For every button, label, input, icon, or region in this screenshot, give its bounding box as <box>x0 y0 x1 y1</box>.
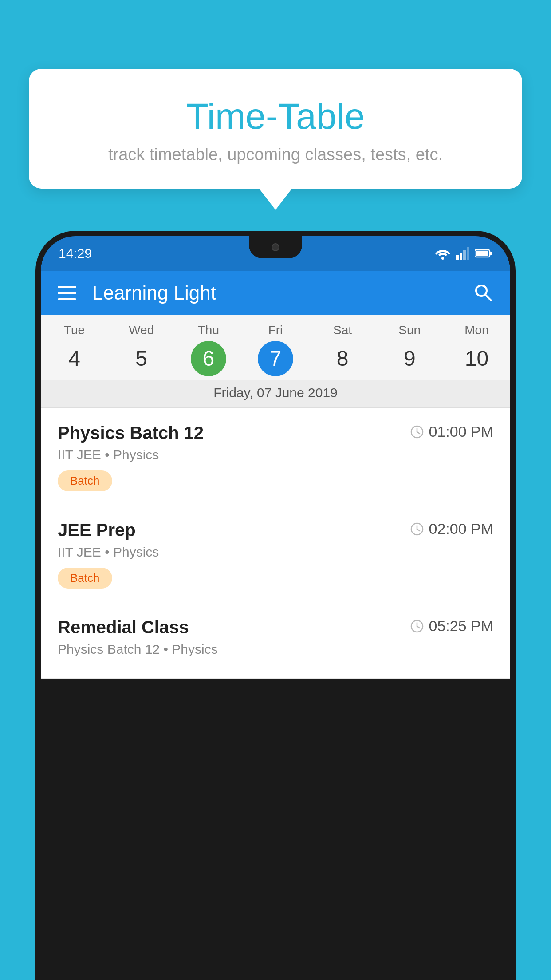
clock-icon <box>410 425 424 439</box>
svg-rect-4 <box>467 247 469 260</box>
svg-line-15 <box>417 529 420 531</box>
search-button[interactable] <box>472 281 493 304</box>
class-detail: IIT JEE • Physics <box>58 447 493 462</box>
status-time: 14:29 <box>59 246 92 261</box>
svg-line-18 <box>417 626 420 628</box>
tooltip-title: Time-Table <box>64 95 487 137</box>
class-time: 05:25 PM <box>410 617 493 635</box>
camera-dot <box>272 243 279 251</box>
class-item-2[interactable]: Remedial Class05:25 PMPhysics Batch 12 •… <box>41 602 510 679</box>
calendar-date-label: Friday, 07 June 2019 <box>41 380 510 408</box>
calendar-day-10[interactable]: Mon10 <box>443 323 510 376</box>
class-detail: IIT JEE • Physics <box>58 545 493 560</box>
calendar-day-7[interactable]: Fri7 <box>242 323 309 376</box>
calendar-day-6[interactable]: Thu6 <box>175 323 242 376</box>
svg-point-0 <box>441 257 444 260</box>
status-bar: 14:29 <box>41 236 510 271</box>
status-icons <box>435 247 492 260</box>
batch-badge: Batch <box>58 470 112 491</box>
phone-inner: 14:29 <box>41 236 510 980</box>
svg-rect-1 <box>456 255 459 260</box>
svg-line-9 <box>485 295 491 300</box>
class-time: 01:00 PM <box>410 423 493 440</box>
svg-rect-2 <box>460 253 462 260</box>
notch <box>249 236 302 258</box>
calendar-day-8[interactable]: Sat8 <box>309 323 376 376</box>
battery-icon <box>475 249 492 258</box>
svg-rect-6 <box>490 252 492 255</box>
clock-icon <box>410 619 424 633</box>
svg-rect-7 <box>476 251 488 256</box>
signal-icon <box>456 247 469 260</box>
calendar-day-9[interactable]: Sun9 <box>376 323 443 376</box>
class-item-1[interactable]: JEE Prep02:00 PMIIT JEE • PhysicsBatch <box>41 505 510 602</box>
calendar-day-5[interactable]: Wed5 <box>108 323 175 376</box>
calendar: Tue4Wed5Thu6Fri7Sat8Sun9Mon10 Friday, 07… <box>41 315 510 408</box>
app-bar: Learning Light <box>41 271 510 315</box>
class-time: 02:00 PM <box>410 520 493 537</box>
class-name: Remedial Class <box>58 617 189 637</box>
tooltip-card: Time-Table track timetable, upcoming cla… <box>29 69 522 189</box>
hamburger-menu-icon[interactable] <box>58 286 76 300</box>
calendar-days-row: Tue4Wed5Thu6Fri7Sat8Sun9Mon10 <box>41 315 510 380</box>
class-name: JEE Prep <box>58 520 136 540</box>
svg-line-12 <box>417 432 420 434</box>
tooltip-subtitle: track timetable, upcoming classes, tests… <box>64 145 487 164</box>
batch-badge: Batch <box>58 568 112 589</box>
class-name: Physics Batch 12 <box>58 423 204 443</box>
app-title: Learning Light <box>92 282 472 304</box>
class-item-0[interactable]: Physics Batch 1201:00 PMIIT JEE • Physic… <box>41 408 510 505</box>
calendar-day-4[interactable]: Tue4 <box>41 323 108 376</box>
wifi-icon <box>435 247 451 260</box>
class-detail: Physics Batch 12 • Physics <box>58 642 493 657</box>
phone-frame: 14:29 <box>35 231 516 980</box>
clock-icon <box>410 522 424 536</box>
svg-rect-3 <box>463 250 466 260</box>
class-list: Physics Batch 1201:00 PMIIT JEE • Physic… <box>41 408 510 679</box>
